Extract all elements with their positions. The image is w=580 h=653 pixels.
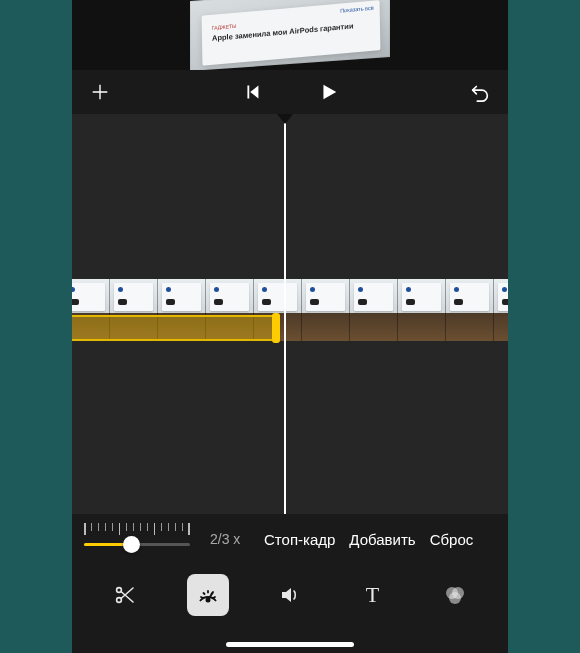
preview-link: Показать всё	[340, 5, 374, 15]
speed-slider[interactable]	[78, 519, 196, 559]
add-media-button[interactable]	[86, 78, 114, 106]
speed-value-label: 2/3 x	[210, 531, 250, 547]
speaker-icon	[278, 583, 302, 607]
bottom-toolbar: T	[72, 564, 508, 626]
clip-thumbnail[interactable]	[494, 279, 508, 341]
slider-knob[interactable]	[123, 536, 140, 553]
speedometer-icon	[196, 583, 220, 607]
skip-back-button[interactable]	[238, 78, 266, 106]
play-icon	[317, 81, 339, 103]
clip-thumbnail[interactable]	[350, 279, 398, 341]
play-button[interactable]	[314, 78, 342, 106]
clip-thumbnail[interactable]	[302, 279, 350, 341]
filters-icon	[443, 583, 467, 607]
speed-controls-row: 2/3 x Стоп-кадр Добавить Сброс	[72, 514, 508, 564]
skip-back-icon	[241, 81, 263, 103]
playhead[interactable]	[284, 114, 286, 514]
home-indicator[interactable]	[226, 642, 354, 647]
selection-handle[interactable]	[272, 313, 280, 343]
speed-ruler	[84, 523, 190, 533]
add-button[interactable]: Добавить	[349, 531, 415, 548]
preview-content: Показать всё ГАДЖЕТЫ Apple заменила мои …	[202, 0, 381, 65]
volume-tool[interactable]	[269, 574, 311, 616]
cut-tool[interactable]	[104, 574, 146, 616]
speed-tool[interactable]	[187, 574, 229, 616]
selection-range[interactable]	[72, 315, 278, 341]
preview-tag: ГАДЖЕТЫ	[212, 23, 237, 32]
video-editor-screen: Показать всё ГАДЖЕТЫ Apple заменила мои …	[72, 0, 508, 653]
text-tool[interactable]: T	[351, 574, 393, 616]
preview-area: Показать всё ГАДЖЕТЫ Apple заменила мои …	[72, 0, 508, 70]
text-icon: T	[366, 582, 379, 608]
clip-thumbnail[interactable]	[398, 279, 446, 341]
undo-icon	[469, 81, 491, 103]
timeline-area[interactable]	[72, 114, 508, 514]
freeze-frame-button[interactable]: Стоп-кадр	[264, 531, 335, 548]
reset-button[interactable]: Сброс	[430, 531, 474, 548]
preview-frame[interactable]: Показать всё ГАДЖЕТЫ Apple заменила мои …	[190, 0, 390, 70]
scissors-icon	[113, 583, 137, 607]
plus-icon	[89, 81, 111, 103]
svg-point-5	[449, 592, 461, 604]
undo-button[interactable]	[466, 78, 494, 106]
filters-tool[interactable]	[434, 574, 476, 616]
clip-thumbnail[interactable]	[446, 279, 494, 341]
transport-bar	[72, 70, 508, 114]
preview-subline: гарантии	[320, 21, 354, 33]
